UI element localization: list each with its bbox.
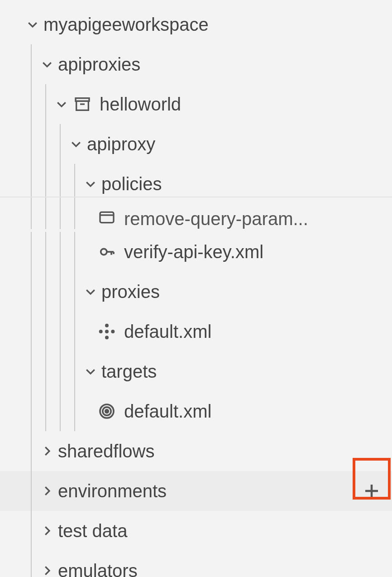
tree-item-label: helloworld	[100, 94, 392, 115]
svg-point-8	[105, 324, 109, 327]
tree-item-label: apiproxy	[87, 134, 392, 154]
chevron-down-icon	[53, 96, 70, 112]
chevron-right-icon	[39, 563, 55, 577]
tree-item-proxies[interactable]: proxies	[0, 272, 392, 312]
chevron-down-icon	[82, 176, 99, 192]
target-icon	[97, 401, 117, 421]
archive-icon	[72, 94, 92, 114]
svg-point-10	[111, 330, 115, 333]
tree-item-root[interactable]: myapigeeworkspace	[0, 5, 392, 44]
chevron-right-icon	[39, 523, 55, 539]
svg-point-15	[105, 410, 109, 413]
chevron-right-icon	[39, 483, 55, 499]
tree-item-label: apiproxies	[58, 54, 392, 75]
tree-item-apiproxy[interactable]: apiproxy	[0, 124, 392, 164]
divider	[0, 197, 392, 197]
svg-point-4	[101, 249, 107, 255]
svg-point-12	[105, 330, 109, 333]
assign-message-icon	[97, 207, 117, 227]
tree-item-label: emulators	[58, 561, 392, 577]
tree-item-policies[interactable]: policies	[0, 164, 392, 204]
tree-item-targets-default[interactable]: default.xml	[0, 391, 392, 431]
chevron-down-icon	[39, 56, 55, 72]
add-environment-button[interactable]	[355, 474, 388, 508]
svg-point-11	[105, 336, 109, 339]
tree-item-verify-api-key[interactable]: verify-api-key.xml	[0, 232, 392, 272]
tree-item-remove-query-param[interactable]: remove-query-param...	[0, 204, 392, 232]
flow-icon	[97, 322, 117, 341]
svg-rect-1	[76, 101, 89, 110]
tree-item-label: remove-query-param...	[124, 209, 392, 229]
key-icon	[97, 242, 117, 262]
tree-item-label: proxies	[101, 282, 392, 302]
chevron-down-icon	[82, 284, 99, 300]
tree-item-label: environments	[58, 481, 392, 501]
chevron-down-icon	[24, 16, 41, 33]
tree-item-label: targets	[101, 361, 392, 382]
tree-item-label: sharedflows	[58, 441, 392, 462]
svg-rect-3	[100, 212, 114, 222]
chevron-down-icon	[68, 136, 84, 152]
tree-item-label: myapigeeworkspace	[43, 14, 392, 35]
tree-item-label: policies	[101, 174, 392, 194]
tree-item-proxies-default[interactable]: default.xml	[0, 312, 392, 351]
tree-item-label: verify-api-key.xml	[124, 242, 392, 262]
tree-item-label: default.xml	[124, 322, 392, 342]
chevron-right-icon	[39, 443, 55, 459]
tree-item-testdata[interactable]: test data	[0, 511, 392, 551]
tree-item-label: default.xml	[124, 401, 392, 422]
tree-item-targets[interactable]: targets	[0, 351, 392, 391]
tree-item-apiproxies[interactable]: apiproxies	[0, 44, 392, 84]
tree-item-environments[interactable]: environments	[0, 471, 392, 511]
tree-item-label: test data	[58, 521, 392, 541]
tree-item-sharedflows[interactable]: sharedflows	[0, 431, 392, 471]
svg-point-9	[99, 330, 103, 333]
chevron-down-icon	[82, 363, 99, 380]
tree-item-helloworld[interactable]: helloworld	[0, 84, 392, 124]
file-tree: myapigeeworkspace apiproxies helloworld	[0, 0, 392, 577]
tree-item-emulators[interactable]: emulators	[0, 551, 392, 577]
